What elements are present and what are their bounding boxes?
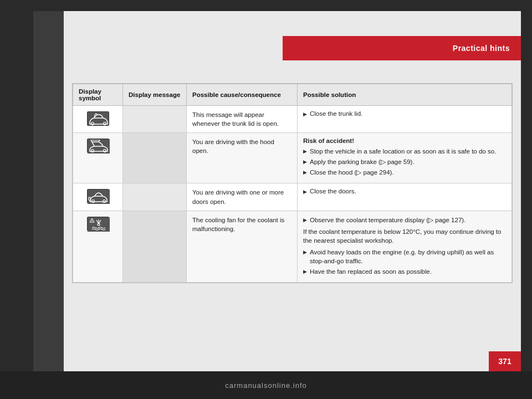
watermark-bar: carmanualsonline.info bbox=[0, 371, 532, 399]
symbol-trunk-icon bbox=[87, 111, 109, 126]
header-title: Practical hints bbox=[453, 44, 510, 53]
solution-item: Close the hood (▷ page 294). bbox=[310, 168, 394, 177]
solution-item: Observe the coolant temperature display … bbox=[310, 216, 466, 224]
page-number: 371 bbox=[498, 357, 511, 366]
bullet-icon: ▶ bbox=[303, 169, 307, 176]
bullet-icon: ▶ bbox=[303, 217, 307, 224]
svg-point-11 bbox=[91, 222, 92, 222]
bullet-icon: ▶ bbox=[303, 158, 307, 166]
page-number-badge: 371 bbox=[489, 351, 521, 371]
cause-cell-4: The cooling fan for the coolant is malfu… bbox=[187, 211, 298, 283]
col-header-message: Display message bbox=[123, 84, 187, 106]
watermark-text: carmanualsonline.info bbox=[225, 381, 306, 390]
solution-cell-3: ▶ Close the doors. bbox=[298, 183, 512, 211]
symbol-hood-icon bbox=[87, 139, 109, 153]
cause-cell-2: You are driving with the hood open. bbox=[187, 133, 298, 183]
bullet-icon: ▶ bbox=[303, 189, 307, 195]
solution-cell-2: Risk of accident! ▶ Stop the vehicle in … bbox=[298, 133, 512, 183]
bullet-icon: ▶ bbox=[303, 148, 307, 155]
col-header-cause: Possible cause/consequence bbox=[187, 84, 298, 106]
table-row: You are driving with the hood open. Risk… bbox=[73, 133, 512, 183]
risk-text: Risk of accident! bbox=[303, 137, 506, 144]
solution-item: Close the trunk lid. bbox=[310, 110, 362, 117]
solution-item: Apply the parking brake (▷ page 59). bbox=[310, 157, 415, 166]
table-row: This message will appear whenever the tr… bbox=[73, 106, 512, 133]
cause-cell-3: You are driving with one or more doors o… bbox=[187, 183, 298, 211]
main-table-wrapper: Display symbol Display message Possible … bbox=[72, 83, 513, 283]
cause-cell-1: This message will appear whenever the tr… bbox=[187, 106, 298, 133]
message-cell-2 bbox=[123, 133, 187, 183]
solution-item: Close the doors. bbox=[310, 188, 356, 195]
message-cell-1 bbox=[123, 106, 187, 133]
bullet-icon: ▶ bbox=[303, 111, 307, 117]
bullet-icon: ▶ bbox=[303, 249, 307, 256]
solution-item: Stop the vehicle in a safe location or a… bbox=[310, 147, 496, 156]
solution-cell-4: ▶ Observe the coolant temperature displa… bbox=[298, 211, 512, 283]
left-sidebar bbox=[33, 11, 64, 371]
message-cell-3 bbox=[123, 183, 187, 211]
table-row: The cooling fan for the coolant is malfu… bbox=[73, 211, 512, 283]
table-row: You are driving with one or more doors o… bbox=[73, 183, 512, 211]
solution-cell-1: ▶ Close the trunk lid. bbox=[298, 106, 512, 133]
symbol-door-icon bbox=[87, 189, 109, 203]
col-header-symbol: Display symbol bbox=[73, 84, 123, 106]
col-header-solution: Possible solution bbox=[298, 84, 512, 106]
header-bar: Practical hints bbox=[283, 36, 521, 60]
bullet-icon: ▶ bbox=[303, 268, 307, 275]
solution-item: Avoid heavy loads on the engine (e.g. by… bbox=[310, 248, 506, 265]
message-cell-4 bbox=[123, 211, 187, 283]
symbol-fan-icon bbox=[87, 217, 109, 231]
extra-text: If the coolant temperature is below 120°… bbox=[303, 227, 506, 245]
solution-item: Have the fan replaced as soon as possibl… bbox=[310, 267, 432, 276]
